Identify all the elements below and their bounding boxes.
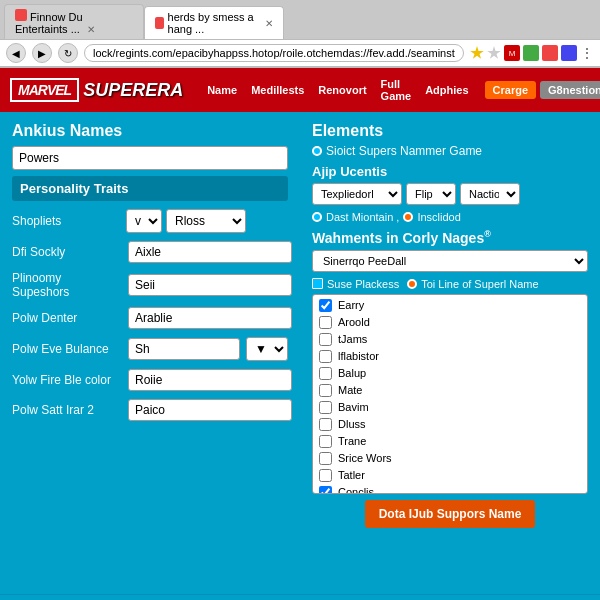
left-panel: Ankius Names Personality Traits Shopliet… <box>0 112 300 594</box>
crarge-button[interactable]: Crarge <box>485 81 536 99</box>
list-item-checkbox[interactable] <box>319 333 332 346</box>
list-item[interactable]: Conclis <box>313 484 587 494</box>
list-item[interactable]: Trane <box>313 433 587 450</box>
list-item-checkbox[interactable] <box>319 384 332 397</box>
list-item[interactable]: Aroold <box>313 314 587 331</box>
radio-dast-icon[interactable] <box>312 212 322 222</box>
list-item-label: lflabistor <box>338 350 379 362</box>
url-input[interactable] <box>84 44 464 62</box>
list-item[interactable]: lflabistor <box>313 348 587 365</box>
form-row-yolw: Yolw Fire Ble color <box>12 369 288 391</box>
list-item-label: Mate <box>338 384 362 396</box>
list-item[interactable]: Dluss <box>313 416 587 433</box>
nav-links: Name Medillests Renovort Full Game Adphi… <box>207 78 468 102</box>
list-item[interactable]: Balup <box>313 365 587 382</box>
list-item-checkbox[interactable] <box>319 469 332 482</box>
dfi-sockly-input[interactable] <box>128 241 292 263</box>
shopliets-select2[interactable]: Rloss <box>166 209 246 233</box>
list-item[interactable]: Earry <box>313 297 587 314</box>
nav-name[interactable]: Name <box>207 84 237 96</box>
toi-label: Toi Line of Superl Name <box>421 278 538 290</box>
plinoomy-input[interactable] <box>128 274 292 296</box>
polw-denter-input[interactable] <box>128 307 292 329</box>
list-item-label: Bavim <box>338 401 369 413</box>
yolw-label: Yolw Fire Ble color <box>12 373 122 387</box>
list-item-label: Aroold <box>338 316 370 328</box>
list-item-checkbox[interactable] <box>319 316 332 329</box>
ajip-title: Ajip Ucentis <box>312 164 588 179</box>
list-item-checkbox[interactable] <box>319 452 332 465</box>
subtitle-text: Sioict Supers Nammer Game <box>326 144 482 158</box>
tab-favicon-1 <box>15 9 27 21</box>
suse-label: Suse Plackess <box>327 278 399 290</box>
radio-ins-icon[interactable] <box>403 212 413 222</box>
list-item[interactable]: Srice Wors <box>313 450 587 467</box>
app-logo-text: SUPERERA <box>83 80 183 101</box>
radio-row: Dast Miontain , Insclidod <box>312 211 588 223</box>
shopliets-select1[interactable]: v <box>126 209 162 233</box>
tab-active[interactable]: herds by smess a hang ... ✕ <box>144 6 284 39</box>
shopliets-row: Shopliets v Rloss <box>12 209 288 233</box>
tab-inactive[interactable]: Finnow Du Entertaints ... ✕ <box>4 4 144 39</box>
nav-medillests[interactable]: Medillests <box>251 84 304 96</box>
marvel-logo: MARVEL <box>10 78 79 102</box>
list-item-label: Conclis <box>338 486 374 494</box>
tab-close-1[interactable]: ✕ <box>87 24 95 35</box>
radio-dast-label: Dast Miontain , <box>326 211 399 223</box>
list-item[interactable]: Tatler <box>313 467 587 484</box>
list-item-checkbox[interactable] <box>319 299 332 312</box>
refresh-button[interactable]: ↻ <box>58 43 78 63</box>
header-buttons: Crarge G8nestionding Fanofit <box>485 81 600 99</box>
list-item-label: Tatler <box>338 469 365 481</box>
suse-checkbox-label[interactable]: Suse Plackess <box>312 278 399 290</box>
tab-label-2: herds by smess a hang ... <box>168 11 257 35</box>
polw-eve-select[interactable]: ▼ <box>246 337 288 361</box>
ajip-selects: Texpliedorl Flip Naction <box>312 183 588 205</box>
list-item-label: Balup <box>338 367 366 379</box>
tab-close-2[interactable]: ✕ <box>265 18 273 29</box>
submit-button[interactable]: Dota IJub Suppors Name <box>365 500 536 528</box>
nav-fullgame[interactable]: Full Game <box>381 78 412 102</box>
list-item-checkbox[interactable] <box>319 350 332 363</box>
wahments-dropdown[interactable]: Sinerrqo PeeDall <box>312 250 588 272</box>
list-item[interactable]: tJams <box>313 331 587 348</box>
form-row-dfi: Dfi Sockly <box>12 241 288 263</box>
list-item-checkbox[interactable] <box>319 367 332 380</box>
ajip-select2[interactable]: Flip <box>406 183 456 205</box>
footer: Kerel Name Confortation , Contoivt <box>0 594 600 600</box>
right-panel: Elements Sioict Supers Nammer Game Ajip … <box>300 112 600 594</box>
list-box[interactable]: EarryArooldtJamslflabistorBalupMateBavim… <box>312 294 588 494</box>
polw-satt-input[interactable] <box>128 399 292 421</box>
polw-eve-input[interactable] <box>128 338 240 360</box>
name-input[interactable] <box>12 146 288 170</box>
list-item[interactable]: Bavim <box>313 399 587 416</box>
wahments-title: Wahments in Corly Nages® <box>312 229 588 246</box>
ext3-icon <box>561 45 577 61</box>
list-item[interactable]: Mate <box>313 382 587 399</box>
tab-favicon-2 <box>155 17 164 29</box>
form-row-polw-satt: Polw Satt Irar 2 <box>12 399 288 421</box>
yolw-input[interactable] <box>128 369 292 391</box>
browser-chrome: Finnow Du Entertaints ... ✕ herds by sme… <box>0 0 600 68</box>
list-item-checkbox[interactable] <box>319 418 332 431</box>
toi-checkbox-label[interactable]: Toi Line of Superl Name <box>407 278 538 290</box>
list-item-label: Srice Wors <box>338 452 392 464</box>
ext2-icon <box>542 45 558 61</box>
list-item-checkbox[interactable] <box>319 486 332 494</box>
nav-renovort[interactable]: Renovort <box>318 84 366 96</box>
ajip-select3[interactable]: Naction <box>460 183 520 205</box>
nav-adphies[interactable]: Adphies <box>425 84 468 96</box>
radio-ins-label: Insclidod <box>417 211 460 223</box>
forward-button[interactable]: ▶ <box>32 43 52 63</box>
polw-eve-label: Polw Eve Bulance <box>12 342 122 356</box>
gmail-icon[interactable]: M <box>504 45 520 61</box>
menu-icon[interactable]: ⋮ <box>580 45 594 61</box>
ajip-select1[interactable]: Texpliedorl <box>312 183 402 205</box>
g8n-button[interactable]: G8nestionding <box>540 81 600 99</box>
left-panel-title: Ankius Names <box>12 122 288 140</box>
back-button[interactable]: ◀ <box>6 43 26 63</box>
list-item-label: tJams <box>338 333 367 345</box>
list-item-checkbox[interactable] <box>319 435 332 448</box>
main-content: Ankius Names Personality Traits Shopliet… <box>0 112 600 594</box>
list-item-checkbox[interactable] <box>319 401 332 414</box>
